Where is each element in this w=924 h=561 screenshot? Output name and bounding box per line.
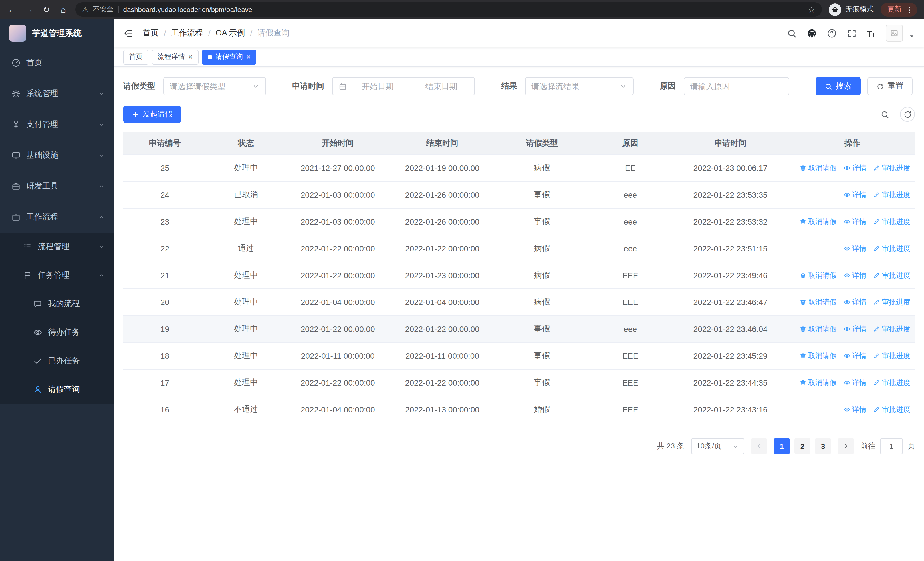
cancel-action-link[interactable]: 取消请假 [800, 271, 837, 280]
prev-page-button[interactable] [751, 438, 767, 454]
progress-action-link[interactable]: 审批进度 [873, 271, 910, 280]
action-label: 详情 [852, 378, 866, 388]
start-date-input[interactable] [350, 82, 405, 91]
cancel-action-link[interactable]: 取消请假 [800, 351, 837, 361]
chevron-down-icon [98, 90, 105, 97]
cancel-action-link[interactable]: 取消请假 [800, 297, 837, 307]
filter-buttons: 搜索 重置 [816, 77, 913, 95]
progress-action-link[interactable]: 审批进度 [873, 163, 910, 173]
detail-action-link[interactable]: 详情 [843, 297, 866, 307]
sidebar-item[interactable]: 工作流程 [0, 202, 114, 233]
cancel-action-link[interactable]: 取消请假 [800, 378, 837, 388]
result-select[interactable] [525, 77, 633, 95]
detail-action-link[interactable]: 详情 [843, 163, 866, 173]
detail-action-link[interactable]: 详情 [843, 405, 866, 415]
sidebar-item[interactable]: 流程管理 [0, 233, 114, 261]
forward-button[interactable]: → [24, 5, 34, 14]
breadcrumb-item[interactable]: 工作流程 [171, 28, 203, 38]
detail-action-link[interactable]: 详情 [843, 190, 866, 200]
sidebar-item[interactable]: 待办任务 [0, 318, 114, 347]
create-leave-button[interactable]: 发起请假 [123, 106, 181, 123]
refresh-table-button[interactable] [900, 107, 915, 122]
sidebar-item[interactable]: 我的流程 [0, 290, 114, 318]
action-label: 取消请假 [808, 163, 837, 173]
url-bar[interactable]: ⚠ 不安全 dashboard.yudao.iocoder.cn/bpm/oa/… [75, 2, 822, 17]
end-date-input[interactable] [414, 82, 469, 91]
progress-action-link[interactable]: 审批进度 [873, 378, 910, 388]
fullscreen-icon[interactable] [847, 28, 856, 38]
page-number-button[interactable]: 1 [774, 438, 790, 454]
sidebar-item[interactable]: 基础设施 [0, 140, 114, 171]
home-button[interactable]: ⌂ [58, 5, 69, 14]
cell-type: 事假 [495, 190, 590, 200]
reload-button[interactable]: ↻ [41, 4, 51, 15]
search-icon[interactable] [787, 28, 796, 38]
browser-menu-icon[interactable]: ⋮ [906, 5, 914, 14]
page-size-select[interactable]: 10条/页 [691, 438, 744, 454]
breadcrumb-item[interactable]: 首页 [142, 28, 159, 38]
cell-actions: 取消请假详情审批进度 [790, 217, 915, 227]
detail-action-link[interactable]: 详情 [843, 351, 866, 361]
next-page-button[interactable] [838, 438, 854, 454]
reason-input[interactable] [690, 82, 783, 91]
breadcrumb-item[interactable]: OA 示例 [216, 28, 245, 38]
page-number-button[interactable]: 2 [795, 438, 810, 454]
progress-action-link[interactable]: 审批进度 [873, 297, 910, 307]
goto-page-input[interactable] [880, 438, 903, 454]
font-size-icon[interactable]: TT [867, 29, 876, 38]
toggle-search-button[interactable] [877, 107, 892, 122]
cell-actions: 取消请假详情审批进度 [790, 324, 915, 334]
result-input[interactable] [531, 82, 616, 91]
browser-chrome: ← → ↻ ⌂ ⚠ 不安全 dashboard.yudao.iocoder.cn… [0, 0, 924, 19]
bookmark-star-icon[interactable]: ☆ [808, 5, 815, 14]
github-icon[interactable] [807, 28, 816, 38]
detail-action-link[interactable]: 详情 [843, 271, 866, 280]
app-logo[interactable]: 芋道管理系统 [0, 19, 114, 47]
update-button[interactable]: 更新 ⋮ [880, 3, 917, 16]
page-number-button[interactable]: 3 [815, 438, 831, 454]
back-button[interactable]: ← [7, 5, 17, 14]
help-icon[interactable] [827, 28, 836, 38]
progress-action-link[interactable]: 审批进度 [873, 244, 910, 253]
sidebar-collapse-icon[interactable] [123, 28, 134, 38]
breadcrumb: 首页/工作流程/OA 示例/请假查询 [142, 28, 290, 38]
progress-action-link[interactable]: 审批进度 [873, 351, 910, 361]
sidebar-item[interactable]: 首页 [0, 47, 114, 78]
tab-item[interactable]: 流程详情× [152, 50, 198, 64]
progress-action-link[interactable]: 审批进度 [873, 324, 910, 334]
leave-type-input[interactable] [170, 82, 248, 91]
sidebar-item[interactable]: 支付管理 [0, 109, 114, 140]
cell-status: 处理中 [206, 163, 285, 173]
search-button[interactable]: 搜索 [816, 77, 861, 95]
cancel-action-link[interactable]: 取消请假 [800, 163, 837, 173]
dashboard-icon [11, 58, 21, 68]
sidebar-item[interactable]: 任务管理 [0, 261, 114, 290]
tab-active[interactable]: 请假查询× [202, 50, 256, 64]
reason-field[interactable] [684, 77, 789, 95]
sidebar-item[interactable]: 已办任务 [0, 347, 114, 375]
sidebar-item[interactable]: 研发工具 [0, 171, 114, 202]
progress-action-link[interactable]: 审批进度 [873, 405, 910, 415]
detail-action-link[interactable]: 详情 [843, 324, 866, 334]
sidebar-item[interactable]: 请假查询 [0, 375, 114, 404]
cancel-action-link[interactable]: 取消请假 [800, 217, 837, 227]
user-avatar[interactable] [886, 24, 903, 42]
active-tab-dot [207, 54, 212, 59]
tab-close-icon[interactable]: × [246, 53, 250, 60]
tab-item[interactable]: 首页 [123, 50, 148, 64]
sidebar-item[interactable]: 系统管理 [0, 78, 114, 109]
detail-action-link[interactable]: 详情 [843, 244, 866, 253]
progress-action-link[interactable]: 审批进度 [873, 190, 910, 200]
cell-start: 2022-01-03 00:00:00 [286, 190, 390, 199]
reset-button[interactable]: 重置 [867, 77, 913, 95]
sidebar-item-label: 流程管理 [38, 242, 70, 252]
chevron-down-icon[interactable] [909, 33, 915, 39]
tab-close-icon[interactable]: × [188, 53, 193, 60]
progress-action-link[interactable]: 审批进度 [873, 217, 910, 227]
leave-type-select[interactable] [163, 77, 266, 95]
detail-action-link[interactable]: 详情 [843, 217, 866, 227]
detail-action-link[interactable]: 详情 [843, 378, 866, 388]
date-range-input[interactable]: - [332, 77, 475, 95]
cancel-action-link[interactable]: 取消请假 [800, 324, 837, 334]
action-label: 详情 [852, 217, 866, 227]
